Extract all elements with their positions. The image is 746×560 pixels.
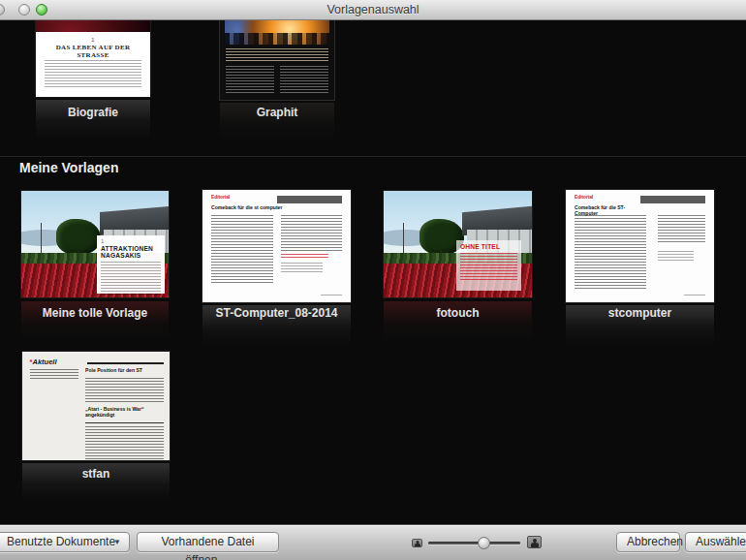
bottom-toolbar: Benutzte Dokumente ▼ Vorhandene Datei öf… (0, 524, 746, 560)
template-label-biografie: Biografie (36, 106, 150, 119)
slider-knob[interactable] (478, 537, 490, 549)
red-link-text (281, 254, 328, 260)
masthead-bar (277, 196, 342, 203)
template-thumbnail-graphit[interactable] (220, 19, 334, 100)
template-chooser-window: Vorlagenauswahl 1 DAS LEBEN AUF DER STRA… (0, 0, 746, 560)
graphit-intro-text (226, 48, 328, 62)
graphit-column-text (226, 66, 274, 93)
large-thumbnail-icon (527, 536, 542, 548)
choose-button[interactable]: Auswählen (685, 532, 746, 552)
template-thumbnail-fotouch[interactable]: OHNE TITEL (384, 191, 532, 297)
used-documents-dropdown[interactable]: Benutzte Dokumente ▼ (0, 532, 130, 552)
template-thumbnail-stfan[interactable]: *Aktuell Pole Position für den ST „Atari… (22, 352, 170, 460)
attraktionen-title: ATTRAKTIONEN NAGASAKIS (101, 245, 161, 259)
biografie-body-text (45, 60, 141, 89)
graphit-column-text (280, 66, 328, 93)
template-thumbnail-st-computer-08-2014[interactable]: Editorial Comeback für die st computer (202, 190, 351, 302)
st2014-heading: Comeback für die st computer (211, 205, 284, 211)
template-thumbnail-stcomputer[interactable]: Editorial Comeback für die ST-Computer (566, 190, 714, 302)
template-thumbnail-meine-tolle-vorlage[interactable]: 1 ATTRAKTIONEN NAGASAKIS (21, 191, 169, 297)
ohne-titel-title: OHNE TITEL (460, 243, 517, 250)
masthead-bar (640, 196, 705, 203)
graphit-photo (225, 19, 329, 45)
thumbnail-size-slider[interactable] (411, 532, 542, 553)
photo-lamppost (41, 223, 42, 255)
photo-tree (56, 219, 101, 255)
attraktionen-text-box: 1 ATTRAKTIONEN NAGASAKIS (97, 235, 165, 293)
biografie-heading: DAS LEBEN AUF DER STRASSE (40, 44, 146, 59)
editorial-tag: Editorial (575, 195, 593, 200)
template-label-graphit: Graphit (220, 106, 334, 119)
open-existing-file-button[interactable]: Vorhandene Datei öffnen ... (137, 532, 279, 552)
stfan-intro-text (30, 369, 78, 381)
biografie-photo (36, 19, 150, 32)
editorial-tag: Editorial (211, 195, 230, 200)
chevron-down-icon: ▼ (113, 533, 121, 552)
template-label-stfan: stfan (22, 467, 170, 481)
titlebar[interactable]: Vorlagenauswahl (0, 0, 746, 20)
template-label-fotouch: fotouch (384, 306, 532, 320)
template-label-stcomputer: stcomputer (566, 306, 714, 320)
small-thumbnail-icon (412, 539, 422, 547)
template-label-meine-tolle-vorlage: Meine tolle Vorlage (21, 306, 169, 320)
slider-track[interactable] (428, 542, 520, 544)
aktuell-tag: *Aktuell (30, 358, 57, 366)
window-title: Vorlagenauswahl (0, 3, 746, 16)
template-label-st-computer-08-2014: ST-Computer_08-2014 (202, 306, 351, 320)
ohne-titel-text-box: OHNE TITEL (456, 240, 521, 292)
template-thumbnail-biografie[interactable]: 1 DAS LEBEN AUF DER STRASSE (36, 19, 150, 97)
stfan-heading-1: Pole Position für den ST (85, 368, 151, 374)
stfan-heading-2: „Atari - Business is War“ angekündigt (85, 407, 151, 419)
section-header-my-templates: Meine Vorlagen (19, 160, 118, 175)
cancel-button[interactable]: Abbrechen (616, 532, 680, 552)
section-divider (0, 156, 746, 157)
biografie-page-marker: 1 (36, 37, 150, 43)
